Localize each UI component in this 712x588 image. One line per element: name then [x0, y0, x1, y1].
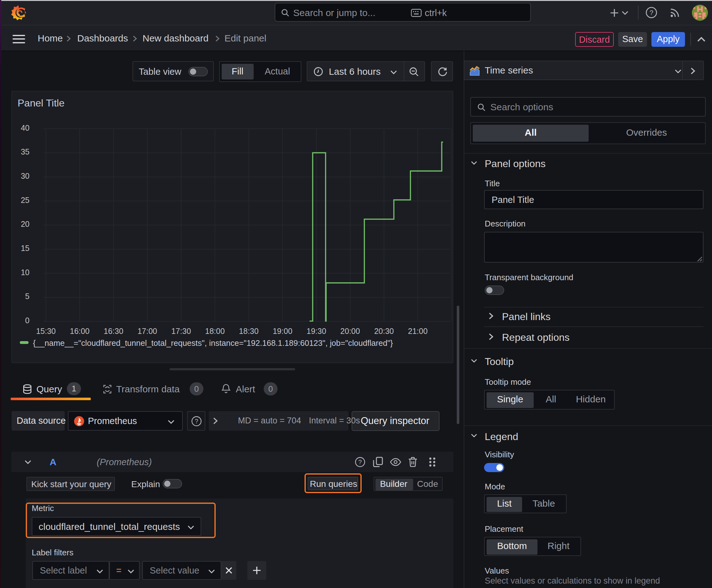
svg-text:20: 20	[21, 219, 29, 228]
svg-text:5: 5	[25, 292, 29, 300]
svg-text:{__name__="cloudflared_tunnel_: {__name__="cloudflared_tunnel_total_requ…	[33, 339, 393, 348]
svg-text:17:30: 17:30	[171, 327, 191, 335]
svg-text:16:30: 16:30	[104, 327, 123, 335]
svg-text:20:30: 20:30	[374, 327, 394, 335]
svg-text:10: 10	[21, 268, 29, 277]
svg-text:21:00: 21:00	[408, 327, 428, 335]
svg-text:19:30: 19:30	[307, 327, 326, 335]
svg-text:?: ?	[359, 459, 362, 465]
svg-text:?: ?	[649, 9, 653, 17]
svg-text:15: 15	[21, 244, 29, 253]
svg-text:30: 30	[21, 171, 29, 180]
svg-text:16:00: 16:00	[70, 327, 90, 335]
svg-text:18:30: 18:30	[239, 327, 259, 335]
svg-text:20:00: 20:00	[340, 327, 360, 335]
svg-text:40: 40	[21, 123, 29, 132]
svg-text:?: ?	[195, 418, 198, 425]
svg-text:0: 0	[25, 316, 29, 325]
svg-text:17:00: 17:00	[137, 327, 157, 335]
svg-text:25: 25	[21, 196, 29, 205]
svg-text:35: 35	[21, 147, 29, 156]
svg-text:15:30: 15:30	[36, 327, 56, 335]
svg-text:18:00: 18:00	[205, 327, 225, 335]
svg-text:19:00: 19:00	[273, 327, 293, 335]
